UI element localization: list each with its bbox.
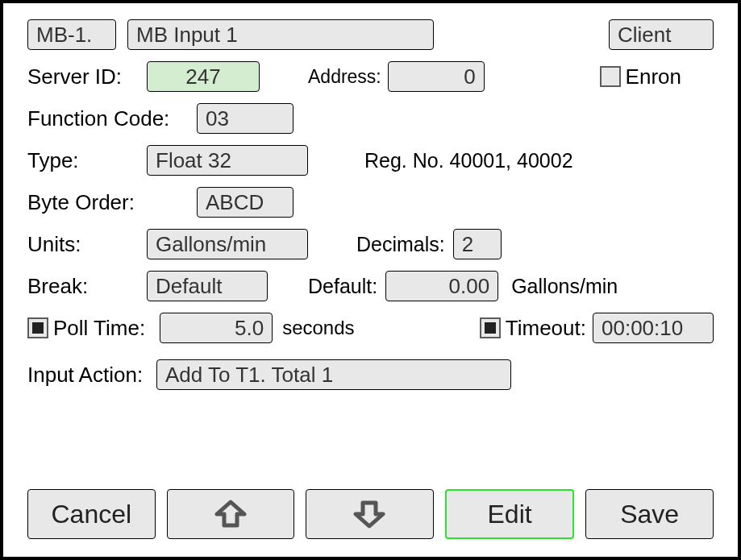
units-label: Units: [27,232,147,257]
timeout-label: Timeout: [506,316,586,341]
poll-time-field[interactable]: 5.0 [160,313,273,343]
default-value-field[interactable]: 0.00 [385,271,498,301]
poll-units-label: seconds [282,317,354,339]
address-label: Address: [308,66,381,88]
input-action-field[interactable]: Add To T1. Total 1 [156,359,511,390]
break-field[interactable]: Default [147,271,268,301]
address-field[interactable]: 0 [388,61,485,92]
poll-time-checkbox[interactable] [27,317,48,338]
function-code-label: Function Code: [27,106,197,131]
channel-button[interactable]: MB-1. [27,19,116,50]
default-label: Default: [308,275,377,298]
type-field[interactable]: Float 32 [147,145,308,176]
enron-checkbox[interactable] [600,66,621,87]
units-row: Units: Gallons/min Decimals: 2 [27,229,714,259]
type-row: Type: Float 32 Reg. No. 40001, 40002 [27,145,714,176]
server-id-label: Server ID: [27,64,147,89]
byte-order-label: Byte Order: [27,190,197,215]
config-panel: MB-1. MB Input 1 Client Server ID: 247 A… [0,0,741,560]
type-label: Type: [27,148,147,173]
enron-label: Enron [626,64,681,89]
input-action-row: Input Action: Add To T1. Total 1 [27,359,714,390]
timeout-checkbox[interactable] [480,317,501,338]
decimals-field[interactable]: 2 [453,229,502,259]
break-row: Break: Default Default: 0.00 Gallons/min [27,271,714,301]
arrow-down-icon [351,500,388,529]
channel-name-field[interactable]: MB Input 1 [127,19,434,50]
decimals-label: Decimals: [356,233,445,256]
arrow-up-icon [212,500,249,529]
timeout-field[interactable]: 00:00:10 [593,313,714,343]
input-action-label: Input Action: [27,363,156,388]
reg-no-label: Reg. No. 40001, 40002 [364,149,573,172]
header-row: MB-1. MB Input 1 Client [27,19,714,50]
mode-field[interactable]: Client [609,19,714,50]
byte-order-row: Byte Order: ABCD [27,187,714,218]
units-field[interactable]: Gallons/min [147,229,308,259]
break-label: Break: [27,274,147,299]
poll-time-label: Poll Time: [53,316,145,341]
save-button[interactable]: Save [585,489,714,539]
button-bar: Cancel Edit Save [27,489,714,539]
edit-button[interactable]: Edit [445,489,575,539]
up-button[interactable] [167,489,295,539]
default-units-label: Gallons/min [511,275,618,298]
function-code-field[interactable]: 03 [197,103,293,134]
cancel-button[interactable]: Cancel [27,489,156,539]
down-button[interactable] [306,489,434,539]
server-id-field[interactable]: 247 [147,61,260,92]
byte-order-field[interactable]: ABCD [197,187,293,218]
function-code-row: Function Code: 03 [27,103,714,134]
server-row: Server ID: 247 Address: 0 Enron [27,61,714,92]
poll-row: Poll Time: 5.0 seconds Timeout: 00:00:10 [27,313,714,343]
